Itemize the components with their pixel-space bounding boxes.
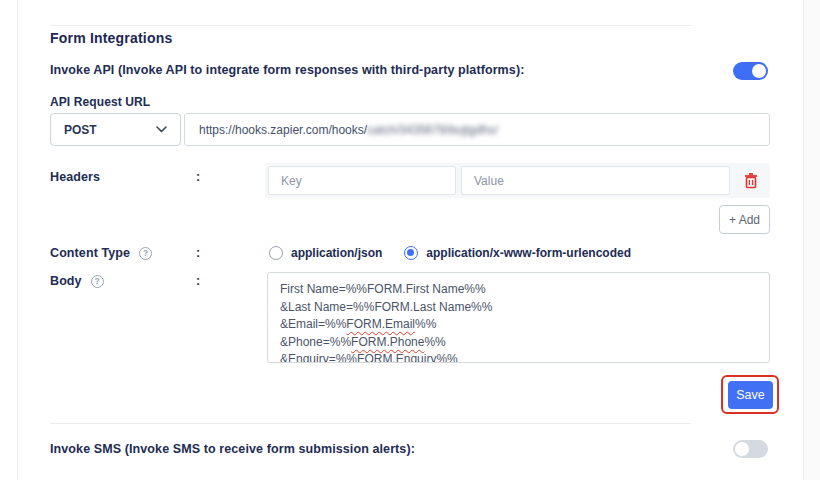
radio-label: application/json [291,246,382,260]
headers-colon: : [196,170,200,184]
api-url-input[interactable]: https://hooks.zapier.com/hooks/catch/343… [184,113,770,146]
save-button[interactable]: Save [728,381,773,409]
body-colon: : [196,274,200,288]
add-header-button[interactable]: + Add [719,205,770,234]
sms-divider [50,423,691,424]
http-method-value: POST [64,123,97,137]
body-label-group: Body ? [50,274,104,288]
help-icon[interactable]: ? [139,247,152,260]
content-type-label: Content Type [50,246,130,260]
page-right-gutter [803,0,820,480]
body-line: &Email=%%FORM.Email%% [280,316,757,334]
body-line: First Name=%%FORM.First Name%% [280,281,757,299]
body-textarea[interactable]: First Name=%%FORM.First Name%% &Last Nam… [267,272,770,363]
content-type-colon: : [196,246,200,260]
content-type-options: application/json application/x-www-form-… [269,246,631,260]
invoke-sms-toggle[interactable] [733,440,768,458]
headers-label: Headers [50,170,100,184]
toggle-knob [752,64,766,78]
chevron-down-icon [156,126,167,133]
trash-icon [744,173,758,189]
radio-circle-icon [269,246,283,260]
invoke-sms-label: Invoke SMS (Invoke SMS to receive form s… [50,442,415,456]
http-method-select[interactable]: POST [50,113,181,146]
invoke-api-label: Invoke API (Invoke API to integrate form… [50,63,524,77]
help-icon[interactable]: ? [91,275,104,288]
api-url-redacted-text: catch/3435678/bujtgdhs/ [367,123,498,137]
form-integrations-page: { "colors": { "accent": "#3e6ef5", "save… [0,0,820,480]
toggle-knob [735,442,749,456]
radio-application-x-www-form-urlencoded[interactable]: application/x-www-form-urlencoded [404,246,631,260]
content-type-label-group: Content Type ? [50,246,152,260]
body-line: &Last Name=%%FORM.Last Name%% [280,299,757,317]
radio-application-json[interactable]: application/json [269,246,382,260]
body-line: &Phone=%%FORM.Phone%% [280,334,757,352]
api-url-visible-text: https://hooks.zapier.com/hooks/ [199,123,367,137]
invoke-api-toggle[interactable] [733,62,768,80]
delete-header-button[interactable] [735,166,767,195]
header-value-input[interactable] [461,166,730,195]
radio-label: application/x-www-form-urlencoded [426,246,631,260]
header-key-input[interactable] [268,166,456,195]
card-left-border [17,0,18,480]
page-title: Form Integrations [50,30,172,46]
top-divider [50,25,691,26]
body-label: Body [50,274,82,288]
headers-key-value-row [265,163,770,198]
radio-circle-icon [404,246,418,260]
body-line: &Enquiry=%%FORM.Enquiry%% [280,351,757,363]
api-request-url-label: API Request URL [50,95,150,109]
